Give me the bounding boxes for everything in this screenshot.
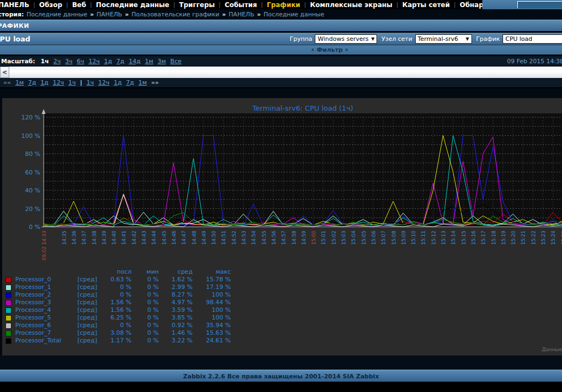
x-tick-label: 15:08 [391, 231, 397, 245]
timenav-forward-icon[interactable]: »» [151, 79, 159, 86]
plot-area[interactable] [44, 113, 562, 227]
x-tick-label: 15:07 [381, 231, 386, 245]
zoom-option-Все[interactable]: Все [170, 58, 181, 65]
legend-header-мин: мин [131, 268, 159, 276]
zoom-option-3ч[interactable]: 3ч [65, 58, 73, 65]
breadcrumb-separator: » [254, 11, 264, 18]
menu-item-8[interactable]: Комплексные экраны [306, 1, 396, 9]
breadcrumb-link-4[interactable]: ПАНЕЛЬ [229, 11, 254, 18]
timenav-fwd-1д[interactable]: 1д [113, 79, 122, 86]
breadcrumb-link-1[interactable]: Последние данные [27, 11, 87, 18]
time-scrollbar[interactable]: < [0, 67, 562, 78]
menu-item-9[interactable]: Карты сетей [398, 1, 453, 9]
legend-row: Processor_4[сред]1.56 %0 %3.59 %100 % [5, 306, 231, 314]
menu-item-5[interactable]: Триггеры [175, 1, 218, 9]
legend-avg-value: 1.46 % [159, 329, 193, 337]
legend-avg-value: 3.59 % [159, 306, 193, 314]
filter-toggle[interactable]: « Фильтр « [311, 46, 348, 53]
legend-row: Processor_1[сред]0 %0 %2.99 %17.19 % [5, 284, 231, 291]
legend-last-value: 0.63 % [109, 276, 131, 284]
top-menu-bar: ПАНЕЛЬ|Обзор|Веб|Последние данные|Тригге… [0, 0, 562, 9]
x-tick-label: 15:19 [501, 231, 506, 245]
zoom-option-12ч[interactable]: 12ч [88, 58, 100, 65]
legend-swatch-icon [5, 338, 11, 344]
legend-header-макс: макс [193, 268, 231, 276]
timenav-back-1ч[interactable]: 1ч [68, 79, 76, 86]
menu-item-2[interactable]: Обзор [35, 1, 66, 9]
zoom-option-1м[interactable]: 1м [145, 58, 153, 65]
menu-item-3[interactable]: Веб [68, 1, 90, 9]
legend-min-value: 0 % [131, 306, 159, 314]
x-tick-label: 14:55 [261, 231, 267, 245]
legend-avg-value: 8.27 % [159, 291, 193, 299]
breadcrumb: История:Последние данные»ПАНЕЛЬ»Пользова… [0, 9, 562, 20]
footer-bar: Zabbix 2.2.6 Все права защищены 2001-201… [0, 370, 562, 382]
breadcrumb-link-5[interactable]: Последние данные [264, 11, 324, 18]
legend-min-value: 0 % [131, 322, 159, 329]
group-select[interactable]: Windows servers▼ [315, 34, 377, 44]
host-select[interactable]: Terminal-srv6▼ [415, 34, 472, 44]
x-tick-label: 15:17 [481, 231, 486, 245]
x-tick-label: 15:09 [401, 231, 406, 245]
legend-item-fn: [сред] [77, 284, 109, 291]
bottom-spacer [0, 382, 562, 392]
y-tick-label: 100 % [21, 132, 40, 140]
x-tick-label: 14:40 [111, 231, 117, 245]
legend-item-fn: [сред] [77, 322, 109, 329]
legend-item-fn: [сред] [77, 337, 109, 345]
timenav-back-icon[interactable]: «« [3, 79, 11, 86]
legend-avg-value: 4.97 % [159, 299, 193, 306]
graph-select[interactable]: CPU load [503, 34, 562, 44]
zoom-option-2ч[interactable]: 2ч [53, 58, 61, 65]
zoom-option-3м[interactable]: 3м [158, 58, 166, 65]
menu-items: ПАНЕЛЬ|Обзор|Веб|Последние данные|Тригге… [0, 0, 562, 9]
x-tick-label: 15:10 [411, 231, 416, 245]
scrollbar-left-arrow-icon[interactable]: < [0, 67, 9, 78]
x-tick-label: 14:51 [221, 231, 226, 245]
legend-avg-value: 3.85 % [159, 314, 193, 322]
x-tick-label: 14:58 [291, 231, 297, 245]
search-input[interactable] [517, 1, 562, 8]
filter-toggle-label: Фильтр [314, 46, 345, 53]
x-tick-label: 15:04 [351, 231, 356, 245]
footer-copyright: Zabbix 2.2.6 Все права защищены 2001-201… [183, 373, 379, 380]
legend-swatch-icon [5, 285, 11, 291]
menu-item-7[interactable]: Графики [263, 1, 304, 9]
breadcrumb-link-3[interactable]: Пользовательские графики [131, 11, 219, 18]
legend-max-value: 15.78 % [193, 276, 231, 284]
timenav-back-1д[interactable]: 1д [40, 79, 49, 86]
timenav-back-12ч[interactable]: 12ч [53, 79, 64, 86]
legend-avg-value: 1.62 % [159, 276, 193, 284]
y-tick-label: 20 % [25, 206, 40, 213]
y-axis-arrow-icon [42, 109, 46, 114]
legend-last-value: 6.25 % [109, 314, 131, 322]
menu-item-4[interactable]: Последние данные [92, 1, 173, 9]
legend-min-value: 0 % [131, 291, 159, 299]
zoom-option-7д[interactable]: 7д [116, 58, 124, 65]
timenav-back-1м[interactable]: 1м [15, 79, 23, 86]
legend-max-value: 15.63 % [193, 329, 231, 337]
zoom-option-6ч[interactable]: 6ч [77, 58, 85, 65]
breadcrumb-link-2[interactable]: ПАНЕЛЬ [97, 11, 122, 18]
timenav-back-7д[interactable]: 7д [28, 79, 37, 86]
timenav-fwd-1ч[interactable]: 1ч [86, 79, 94, 86]
timenav-fwd-7д[interactable]: 7д [126, 79, 134, 86]
zoom-option-1д[interactable]: 1д [104, 58, 112, 65]
menu-item-6[interactable]: События [221, 1, 261, 9]
zoom-option-14д[interactable]: 14д [129, 58, 141, 65]
menu-item-1[interactable]: ПАНЕЛЬ [0, 1, 33, 9]
legend-swatch-icon [5, 315, 11, 321]
x-tick-label: 14:49 [201, 231, 207, 245]
timenav-fwd-12ч[interactable]: 12ч [98, 79, 110, 86]
x-tick-label: 15:15 [461, 231, 467, 245]
collapse-up-icon: « [344, 48, 350, 51]
graph-watermark: Данные [542, 347, 562, 352]
x-tick-label: 14:43 [141, 231, 147, 245]
zoom-option-1ч[interactable]: 1ч [40, 58, 49, 65]
graph-legend: послминсредмаксProcessor_0[сред]0.63 %0 … [5, 268, 231, 345]
legend-avg-value: 0.92 % [159, 322, 193, 329]
x-tick-label: 14:44 [151, 231, 157, 245]
zoom-scale-links: 1ч2ч3ч6ч12ч1д7д14д1м3мВсе [38, 58, 183, 65]
legend-item-name: Processor_6 [15, 322, 77, 329]
timenav-fwd-1м[interactable]: 1м [139, 79, 147, 86]
